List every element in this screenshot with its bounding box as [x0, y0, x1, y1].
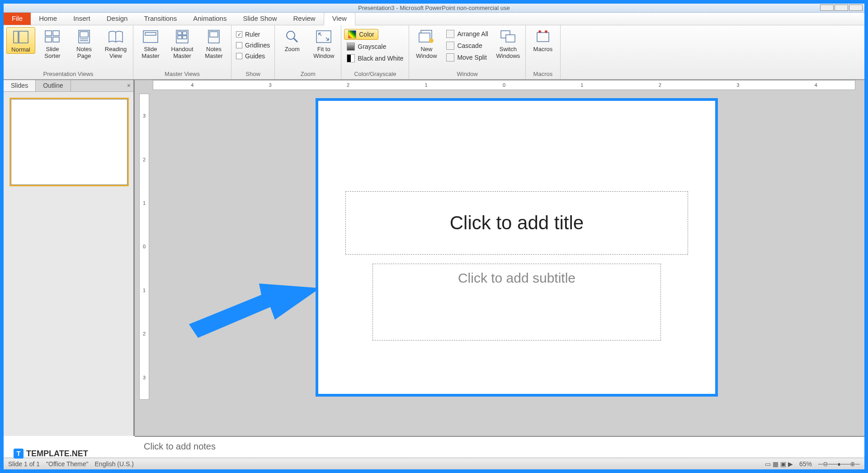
- new-window-icon: [417, 29, 435, 44]
- svg-rect-14: [178, 32, 182, 35]
- svg-line-21: [294, 38, 297, 42]
- cascade-icon: [446, 42, 454, 50]
- gridlines-checkbox[interactable]: Gridlines: [234, 41, 272, 50]
- move-split-icon: [446, 53, 454, 61]
- slide-editor: 432101234 3210123 Click to add title Cli…: [135, 80, 864, 436]
- svg-rect-19: [210, 32, 218, 37]
- minimize-button[interactable]: [820, 5, 834, 11]
- watermark: T TEMPLATE.NET: [14, 449, 88, 459]
- group-label: Presentation Views: [6, 70, 130, 79]
- panel-close-button[interactable]: ×: [127, 82, 131, 89]
- switch-windows-icon: [499, 29, 517, 44]
- black-white-button[interactable]: Black and White: [344, 53, 406, 63]
- notes-pane[interactable]: Click to add notes: [135, 436, 864, 458]
- fit-window-icon: [315, 29, 333, 44]
- tab-insert[interactable]: Insert: [65, 12, 99, 25]
- vertical-ruler: 3210123: [139, 94, 149, 400]
- tab-animations[interactable]: Animations: [185, 12, 235, 25]
- ruler-checkbox[interactable]: ✓Ruler: [234, 30, 262, 39]
- color-icon: [348, 30, 356, 38]
- svg-rect-15: [183, 32, 187, 35]
- tab-design[interactable]: Design: [99, 12, 136, 25]
- notes-page-icon: [75, 29, 93, 44]
- svg-rect-4: [45, 37, 52, 42]
- tab-transitions[interactable]: Transitions: [136, 12, 185, 25]
- annotation-arrow: [189, 274, 320, 338]
- reading-view-button[interactable]: Reading View: [101, 27, 130, 60]
- zoom-level[interactable]: 65%: [799, 460, 812, 468]
- handout-master-icon: [173, 29, 191, 44]
- close-button[interactable]: [849, 5, 863, 11]
- arrange-all-button[interactable]: Arrange All: [443, 29, 491, 39]
- move-split-button[interactable]: Move Split: [443, 52, 491, 62]
- bw-icon: [347, 54, 355, 62]
- slide-sorter-button[interactable]: Slide Sorter: [38, 27, 67, 60]
- svg-rect-0: [14, 31, 18, 43]
- macros-button[interactable]: Macros: [528, 27, 557, 53]
- svg-point-30: [545, 30, 547, 33]
- new-window-button[interactable]: New Window: [412, 27, 441, 60]
- group-color-grayscale: Color Grayscale Black and White Color/Gr…: [341, 25, 409, 79]
- panel-tab-slides[interactable]: Slides: [4, 80, 36, 91]
- svg-point-25: [429, 38, 434, 43]
- slides-panel: Slides Outline ×: [4, 80, 135, 436]
- normal-view-button[interactable]: Normal: [6, 27, 35, 54]
- guides-checkbox[interactable]: Guides: [234, 52, 267, 61]
- reading-view-icon: [107, 29, 125, 44]
- svg-rect-16: [178, 36, 182, 39]
- macros-icon: [534, 29, 552, 44]
- subtitle-placeholder[interactable]: Click to add subtitle: [373, 264, 661, 341]
- template-logo-icon: T: [14, 449, 24, 459]
- group-show: ✓Ruler Gridlines Guides Show: [231, 25, 275, 79]
- zoom-button[interactable]: Zoom: [278, 27, 307, 53]
- cascade-button[interactable]: Cascade: [443, 41, 491, 51]
- slide-sorter-icon: [43, 29, 61, 44]
- tab-file[interactable]: File: [4, 12, 31, 25]
- grayscale-icon: [347, 43, 355, 51]
- fit-to-window-button[interactable]: Fit to Window: [309, 27, 338, 60]
- handout-master-button[interactable]: Handout Master: [168, 27, 197, 60]
- svg-rect-13: [176, 30, 188, 43]
- notes-page-button[interactable]: Notes Page: [70, 27, 99, 60]
- tab-slide-show[interactable]: Slide Show: [235, 12, 285, 25]
- tab-review[interactable]: Review: [285, 12, 323, 25]
- panel-tab-outline[interactable]: Outline: [36, 80, 71, 91]
- svg-point-20: [287, 31, 295, 39]
- slide-master-icon: [142, 29, 160, 44]
- group-zoom: Zoom Fit to Window Zoom: [275, 25, 341, 79]
- svg-point-29: [538, 30, 541, 33]
- title-placeholder[interactable]: Click to add title: [345, 191, 688, 255]
- svg-marker-31: [189, 284, 320, 338]
- notes-master-button[interactable]: Notes Master: [199, 27, 228, 60]
- svg-rect-17: [183, 36, 187, 39]
- status-language[interactable]: English (U.S.): [95, 460, 134, 468]
- svg-rect-27: [506, 35, 515, 42]
- notes-master-icon: [205, 29, 223, 44]
- svg-rect-24: [419, 33, 430, 42]
- horizontal-ruler: 432101234: [153, 80, 855, 90]
- view-buttons[interactable]: ▭ ▦ ▣ ▶: [765, 460, 793, 468]
- slide-thumbnail-1[interactable]: [11, 99, 127, 185]
- ribbon-tabs: File Home Insert Design Transitions Anim…: [4, 13, 864, 25]
- group-label: Show: [234, 70, 272, 79]
- group-window: New Window Arrange All Cascade Move Spli…: [409, 25, 525, 79]
- color-button[interactable]: Color: [344, 29, 378, 40]
- switch-windows-button[interactable]: Switch Windows: [494, 27, 523, 60]
- grayscale-button[interactable]: Grayscale: [344, 42, 389, 52]
- group-presentation-views: Normal Slide Sorter Notes Page Reading V…: [4, 25, 133, 79]
- tab-view[interactable]: View: [324, 11, 355, 25]
- svg-rect-5: [53, 37, 59, 42]
- svg-rect-7: [80, 32, 88, 37]
- group-label: Zoom: [278, 70, 338, 79]
- zoom-slider[interactable]: ─⊖──●──⊕─: [818, 460, 860, 468]
- svg-rect-1: [19, 31, 28, 43]
- slide-master-button[interactable]: Slide Master: [136, 27, 165, 60]
- tab-home[interactable]: Home: [31, 12, 65, 25]
- svg-rect-3: [53, 31, 59, 36]
- slide-canvas[interactable]: Click to add title Click to add subtitle: [316, 98, 718, 397]
- group-label: Master Views: [136, 70, 228, 79]
- svg-rect-28: [537, 33, 549, 42]
- svg-rect-12: [145, 33, 156, 35]
- maximize-button[interactable]: [835, 5, 848, 11]
- title-bar: Presentation3 - Microsoft PowerPoint non…: [4, 4, 864, 13]
